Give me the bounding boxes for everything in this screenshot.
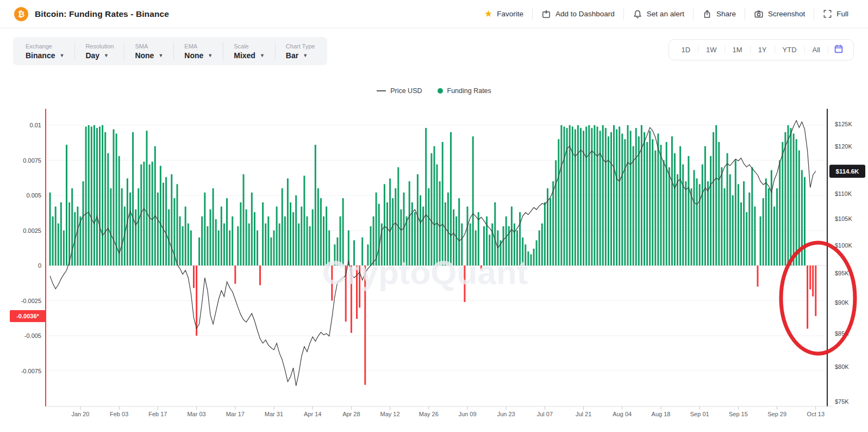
funding-bar [287,178,289,266]
screenshot-button[interactable]: Screenshot [745,9,814,19]
funding-bar [738,184,739,266]
screenshot-label: Screenshot [768,10,805,18]
funding-bar [240,202,241,266]
ema-value: None [184,51,203,60]
funding-bar [251,193,253,266]
funding-bar [729,174,731,266]
right-axis-tick-label: $105K [835,215,852,222]
funding-bar [143,162,145,266]
funding-bar [68,202,70,266]
funding-bar [541,224,543,266]
funding-bar [555,161,557,266]
funding-bar [613,125,615,266]
funding-bar [85,127,87,266]
funding-bar [544,202,546,266]
funding-bar [223,224,225,266]
range-all-button[interactable]: All [805,46,828,54]
add-to-dashboard-label: Add to Dashboard [555,10,615,18]
funding-bar [146,131,148,266]
resolution-dropdown[interactable]: Resolution Day▼ [75,43,124,60]
right-axis-tick-label: $120K [835,143,852,150]
set-alert-button[interactable]: Set an alert [624,9,693,19]
funding-bar [83,181,84,266]
chevron-down-icon: ▼ [158,53,163,58]
chart-type-dropdown[interactable]: Chart Type Bar▼ [276,43,326,60]
funding-bar [574,129,576,266]
left-axis-tick-label: 0.0075 [23,157,41,164]
range-ytd-button[interactable]: YTD [775,46,804,54]
funding-bar [735,161,736,266]
toolbar-actions: ★ Favorite Add to Dashboard Set an alert [476,8,857,20]
range-1m-button[interactable]: 1M [725,46,750,54]
add-to-dashboard-button[interactable]: Add to Dashboard [533,9,623,19]
funding-bar [301,207,302,266]
funding-bar [135,209,136,266]
funding-bar [641,125,642,266]
funding-bar [807,266,808,329]
funding-bar [104,132,106,266]
funding-rates-chart[interactable]: CryptoQuantJan 20Feb 03Feb 17Mar 03Mar 1… [0,106,868,432]
legend-price-label: Price USD [390,87,422,95]
funding-bar [530,254,532,266]
funding-bar [644,132,645,266]
funding-bar [282,188,283,266]
fullscreen-icon [823,9,832,18]
funding-bar [273,231,275,266]
add-to-dashboard-icon [541,9,551,19]
x-axis-label: May 26 [419,411,439,417]
right-axis-tick-label: $110K [835,190,852,197]
funding-bar [138,188,139,266]
funding-bar [198,237,200,266]
funding-bar [232,217,233,266]
scale-dropdown[interactable]: Scale Mixed▼ [223,43,275,60]
funding-bar [779,161,780,266]
funding-bar [213,188,214,266]
chart-area[interactable]: CryptoQuantJan 20Feb 03Feb 17Mar 03Mar 1… [0,106,868,432]
range-1w-button[interactable]: 1W [698,46,725,54]
funding-bar [107,153,109,266]
funding-bar [425,128,427,266]
funding-bar [558,139,559,266]
funding-bar [417,174,419,266]
legend-item-price[interactable]: Price USD [377,87,422,95]
x-axis-label: Jun 23 [497,411,515,417]
x-axis-label: Aug 04 [613,411,632,417]
sma-dropdown[interactable]: SMA None▼ [124,43,173,60]
range-1y-button[interactable]: 1Y [751,46,775,54]
range-1d-button[interactable]: 1D [673,46,698,54]
funding-bar [52,217,54,266]
funding-bar [782,142,783,266]
chevron-down-icon: ▼ [303,53,308,58]
favorite-button[interactable]: ★ Favorite [476,9,532,18]
funding-bar [193,266,195,288]
funding-bar [751,167,753,266]
left-axis-tick-label: -0.005 [24,332,41,339]
funding-bar [267,217,269,266]
chevron-down-icon: ▼ [260,53,265,58]
funding-bar [113,129,115,266]
funding-bar [652,139,653,266]
ema-dropdown[interactable]: EMA None▼ [174,43,223,60]
legend-item-funding[interactable]: Funding Rates [438,87,491,95]
chart-legend: Price USD Funding Rates [0,87,868,95]
funding-bar [55,207,57,266]
fullscreen-button[interactable]: Full [814,9,857,18]
funding-bar [793,134,795,266]
funding-bar [765,178,767,266]
funding-bar [713,132,714,266]
share-button[interactable]: Share [694,9,745,19]
funding-bar [801,170,803,266]
funding-bar [276,207,278,266]
funding-bar [588,125,590,266]
funding-bar [129,193,131,266]
exchange-dropdown[interactable]: Exchange Binance▼ [15,43,74,60]
date-range-picker-button[interactable] [828,44,849,55]
x-axis-label: Sep 15 [729,411,748,417]
funding-bar [572,127,573,266]
funding-bar [649,131,651,266]
chevron-down-icon: ▼ [104,53,109,58]
funding-bar [702,164,703,266]
funding-dot-swatch [438,88,443,94]
x-axis-label: Sep 29 [767,411,786,417]
camera-icon [754,9,764,19]
